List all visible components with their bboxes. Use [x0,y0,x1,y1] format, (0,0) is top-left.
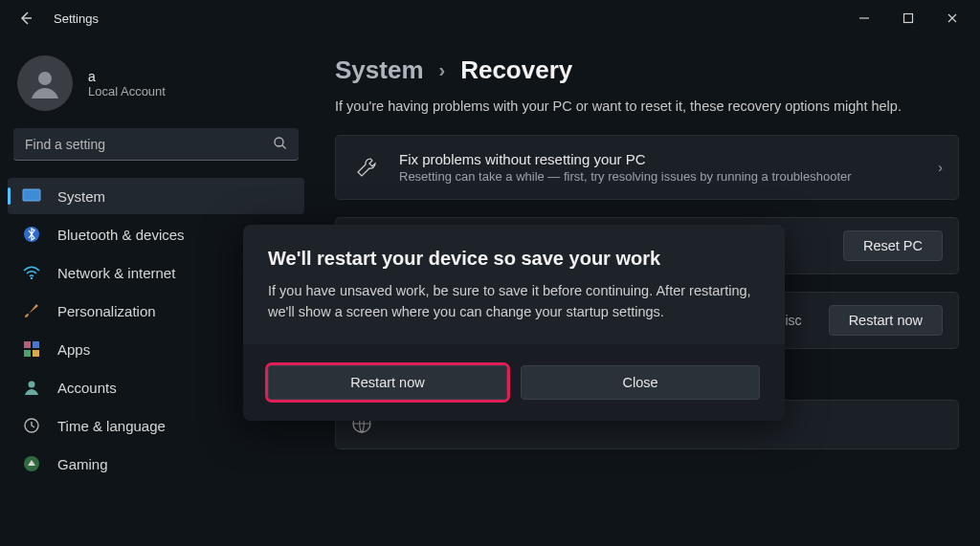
wifi-icon [21,262,42,283]
sidebar-item-label: System [57,188,105,205]
back-button[interactable] [17,10,34,27]
sidebar-item-label: Accounts [57,380,117,396]
gaming-icon [21,453,42,474]
chevron-right-icon: › [938,160,943,175]
user-account-type: Local Account [88,84,166,98]
display-icon [21,186,42,207]
avatar [17,55,73,111]
search-input[interactable]: Find a setting [13,128,299,161]
intro-text: If you're having problems with your PC o… [335,98,959,114]
paintbrush-icon [21,300,42,321]
clock-icon [21,415,42,436]
svg-rect-3 [23,189,40,201]
svg-point-6 [31,277,33,279]
svg-rect-9 [24,350,31,357]
search-placeholder: Find a setting [25,137,105,152]
restart-now-button[interactable]: Restart now [829,305,943,336]
sidebar-item-label: Time & language [57,418,166,434]
apps-icon [21,339,42,360]
svg-rect-10 [33,350,39,357]
search-icon [273,136,287,153]
sidebar-item-gaming[interactable]: Gaming [8,446,304,482]
sidebar-item-label: Apps [57,341,90,358]
chevron-right-icon: › [439,59,446,81]
svg-point-2 [275,138,283,146]
svg-rect-7 [24,341,31,348]
user-name: a [88,69,166,84]
card-title: Fix problems without resetting your PC [399,151,852,167]
dialog-close-button[interactable]: Close [521,365,760,400]
close-button[interactable] [930,3,974,33]
card-subtitle: Resetting can take a while — first, try … [399,169,852,184]
reset-pc-button[interactable]: Reset PC [843,230,943,261]
svg-point-1 [38,72,52,85]
breadcrumb-current: Recovery [460,55,572,85]
breadcrumb: System › Recovery [335,55,959,85]
maximize-button[interactable] [886,3,930,33]
wrench-icon [353,156,380,179]
user-row[interactable]: a Local Account [8,46,304,128]
card-fix-problems[interactable]: Fix problems without resetting your PC R… [335,135,959,200]
app-title: Settings [54,11,99,26]
minimize-button[interactable] [842,3,886,33]
sidebar-item-label: Network & internet [57,265,175,281]
dialog-title: We'll restart your device so save your w… [268,248,760,270]
svg-point-11 [29,382,35,388]
breadcrumb-parent[interactable]: System [335,55,424,85]
svg-rect-8 [33,341,39,348]
sidebar-item-label: Bluetooth & devices [57,227,185,243]
dialog-restart-now-button[interactable]: Restart now [268,365,507,400]
sidebar-item-label: Personalization [57,303,156,319]
bluetooth-icon [21,224,42,245]
titlebar: Settings [0,0,980,36]
sidebar-item-label: Gaming [57,456,108,472]
person-icon [21,377,42,398]
svg-rect-0 [904,14,913,23]
dialog-body-text: If you have unsaved work, be sure to sav… [268,281,760,323]
restart-dialog: We'll restart your device so save your w… [243,225,785,421]
sidebar-item-system[interactable]: System [8,178,304,214]
